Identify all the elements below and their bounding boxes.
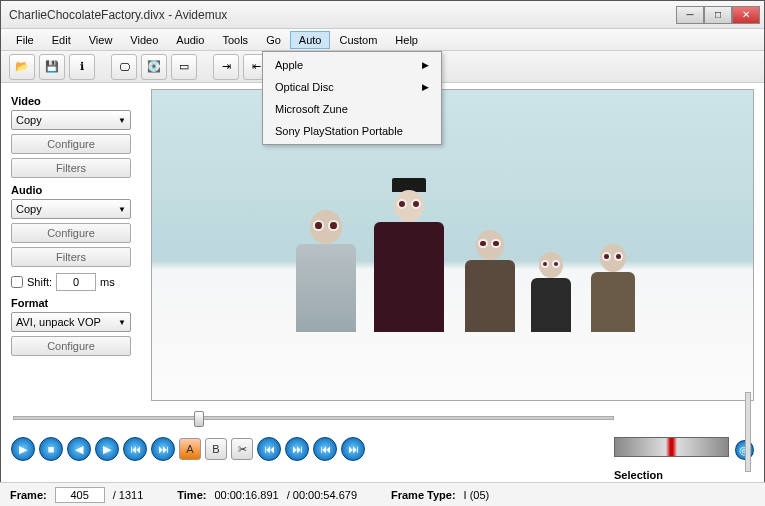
menu-custom[interactable]: Custom — [330, 31, 386, 49]
dropdown-apple[interactable]: Apple ▶ — [265, 54, 439, 76]
arrow-icon: ⇥ — [222, 60, 231, 73]
chevron-down-icon: ▼ — [118, 205, 126, 214]
next-frame-button[interactable]: ▶ — [95, 437, 119, 461]
dropdown-label: Sony PlayStation Portable — [275, 125, 403, 137]
shift-unit: ms — [100, 276, 115, 288]
video-section-label: Video — [11, 95, 141, 107]
dropdown-optical-disc[interactable]: Optical Disc ▶ — [265, 76, 439, 98]
audio-codec-combo[interactable]: Copy ▼ — [11, 199, 131, 219]
play-button[interactable]: ▶ — [11, 437, 35, 461]
prev-keyframe-button[interactable]: ⏮ — [123, 437, 147, 461]
shift-row: Shift: ms — [11, 273, 141, 291]
next-keyframe-button[interactable]: ⏭ — [151, 437, 175, 461]
preview-scene — [152, 90, 753, 400]
folder-open-icon: 📂 — [15, 60, 29, 73]
auto-dropdown: Apple ▶ Optical Disc ▶ Microsoft Zune So… — [262, 51, 442, 145]
next-key-icon: ⏭ — [158, 443, 169, 455]
play-icon: ▶ — [19, 443, 27, 456]
mark-b-icon: B — [212, 443, 219, 455]
goto-end-button[interactable]: ⏭ — [285, 437, 309, 461]
time-label: Time: — [177, 489, 206, 501]
goto-a-button[interactable]: ⏮ — [313, 437, 337, 461]
minimize-button[interactable]: ─ — [676, 6, 704, 24]
window-title: CharlieChocolateFactory.divx - Avidemux — [5, 8, 676, 22]
titlebar: CharlieChocolateFactory.divx - Avidemux … — [1, 1, 764, 29]
goto-a-icon: ⏮ — [320, 443, 331, 455]
vertical-scrollbar[interactable] — [745, 392, 751, 472]
menu-help[interactable]: Help — [386, 31, 427, 49]
format-configure-button[interactable]: Configure — [11, 336, 131, 356]
next-icon: ▶ — [103, 443, 111, 456]
window-icon: ▭ — [179, 60, 189, 73]
combo-value: Copy — [16, 203, 42, 215]
dropdown-label: Apple — [275, 59, 303, 71]
cut-icon: ✂ — [238, 443, 247, 456]
frame-label: Frame: — [10, 489, 47, 501]
audio-filters-button[interactable]: Filters — [11, 247, 131, 267]
tool-button-4[interactable]: ⇥ — [213, 54, 239, 80]
sidebar: Video Copy ▼ Configure Filters Audio Cop… — [1, 83, 151, 403]
prev-frame-button[interactable]: ◀ — [67, 437, 91, 461]
save-button[interactable]: 💾 — [39, 54, 65, 80]
menubar: File Edit View Video Audio Tools Go Auto… — [1, 29, 764, 51]
menu-tools[interactable]: Tools — [213, 31, 257, 49]
frame-total: / 1311 — [113, 489, 144, 501]
menu-auto[interactable]: Auto — [290, 31, 331, 49]
shift-value-input[interactable] — [56, 273, 96, 291]
time-total: / 00:00:54.679 — [287, 489, 357, 501]
video-codec-combo[interactable]: Copy ▼ — [11, 110, 131, 130]
menu-video[interactable]: Video — [121, 31, 167, 49]
info-button[interactable]: ℹ — [69, 54, 95, 80]
selection-label: Selection — [614, 469, 754, 481]
dropdown-label: Microsoft Zune — [275, 103, 348, 115]
menu-view[interactable]: View — [80, 31, 122, 49]
statusbar: Frame: / 1311 Time: 00:00:16.891 / 00:00… — [0, 482, 765, 506]
goto-b-button[interactable]: ⏭ — [341, 437, 365, 461]
goto-start-button[interactable]: ⏮ — [257, 437, 281, 461]
timeline-thumb[interactable] — [194, 411, 204, 427]
shift-checkbox[interactable] — [11, 276, 23, 288]
chevron-down-icon: ▼ — [118, 116, 126, 125]
maximize-button[interactable]: □ — [704, 6, 732, 24]
save-icon: 💾 — [45, 60, 59, 73]
tool-button-2[interactable]: 💽 — [141, 54, 167, 80]
tool-button-1[interactable]: 🖵 — [111, 54, 137, 80]
jog-wheel[interactable] — [614, 437, 729, 457]
tool-button-3[interactable]: ▭ — [171, 54, 197, 80]
video-filters-button[interactable]: Filters — [11, 158, 131, 178]
menu-audio[interactable]: Audio — [167, 31, 213, 49]
audio-section-label: Audio — [11, 184, 141, 196]
dropdown-microsoft-zune[interactable]: Microsoft Zune — [265, 98, 439, 120]
audio-configure-button[interactable]: Configure — [11, 223, 131, 243]
timeline-slider-zone — [1, 403, 764, 433]
stop-icon: ■ — [48, 443, 55, 455]
window-buttons: ─ □ ✕ — [676, 6, 760, 24]
video-preview — [151, 89, 754, 401]
menu-go[interactable]: Go — [257, 31, 290, 49]
menu-file[interactable]: File — [7, 31, 43, 49]
prev-icon: ◀ — [75, 443, 83, 456]
dropdown-label: Optical Disc — [275, 81, 334, 93]
open-button[interactable]: 📂 — [9, 54, 35, 80]
time-value: 00:00:16.891 — [214, 489, 278, 501]
disk-icon: 💽 — [147, 60, 161, 73]
chevron-down-icon: ▼ — [118, 318, 126, 327]
mark-b-button[interactable]: B — [205, 438, 227, 460]
video-configure-button[interactable]: Configure — [11, 134, 131, 154]
end-icon: ⏭ — [292, 443, 303, 455]
format-section-label: Format — [11, 297, 141, 309]
menu-edit[interactable]: Edit — [43, 31, 80, 49]
close-button[interactable]: ✕ — [732, 6, 760, 24]
frametype-value: I (05) — [464, 489, 490, 501]
frame-input[interactable] — [55, 487, 105, 503]
cut-button[interactable]: ✂ — [231, 438, 253, 460]
format-combo[interactable]: AVI, unpack VOP ▼ — [11, 312, 131, 332]
timeline-track[interactable] — [13, 416, 614, 420]
stop-button[interactable]: ■ — [39, 437, 63, 461]
dropdown-sony-psp[interactable]: Sony PlayStation Portable — [265, 120, 439, 142]
prev-key-icon: ⏮ — [130, 443, 141, 455]
shift-label: Shift: — [27, 276, 52, 288]
arrow-icon: ⇤ — [252, 60, 261, 73]
mark-a-button[interactable]: A — [179, 438, 201, 460]
start-icon: ⏮ — [264, 443, 275, 455]
